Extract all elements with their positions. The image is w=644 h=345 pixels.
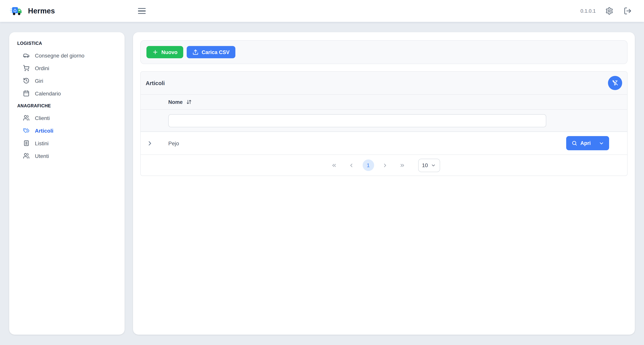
current-page-button[interactable]: 1 [362, 160, 374, 171]
clear-filters-button[interactable] [608, 76, 622, 90]
sidebar-item-utenti[interactable]: Utenti [17, 150, 117, 162]
new-button[interactable]: Nuovo [146, 46, 183, 58]
page-size-select[interactable]: 10 [418, 158, 440, 172]
sidebar-item-calendario[interactable]: Calendario [17, 87, 117, 100]
sidebar-item-label: Giri [35, 78, 43, 84]
settings-button[interactable] [604, 6, 614, 16]
tags-icon [23, 127, 30, 134]
main-content: Nuovo Carica CSV Articoli [133, 32, 635, 335]
open-row-label: Apri [580, 140, 591, 146]
chevron-left-icon [348, 162, 354, 168]
plus-icon [152, 49, 158, 55]
sidebar-item-label: Articoli [35, 128, 53, 134]
brand: Hermes [10, 6, 55, 16]
nome-filter-input[interactable] [168, 114, 546, 127]
logout-icon [624, 7, 632, 15]
row-nome-value: Pejo [168, 140, 179, 146]
sidebar-section-anagrafiche: ANAGRAFICHE Clienti [17, 104, 117, 162]
filter-slash-icon [612, 80, 618, 86]
app-version: 0.1.0.1 [580, 8, 596, 14]
sidebar-item-label: Ordini [35, 65, 49, 71]
notebook-icon [23, 140, 30, 146]
chevron-down-icon [599, 140, 604, 146]
sidebar-item-articoli[interactable]: Articoli [17, 124, 117, 137]
sidebar-item-giri[interactable]: Giri [17, 74, 117, 87]
first-page-button[interactable] [328, 159, 340, 171]
column-label: Nome [168, 99, 183, 105]
logout-button[interactable] [623, 6, 632, 16]
sidebar-item-consegne-del-giorno[interactable]: Consegne del giorno [17, 49, 117, 62]
cart-icon [23, 65, 30, 71]
new-button-label: Nuovo [162, 49, 178, 55]
upload-csv-label: Carica CSV [202, 49, 230, 55]
app-title: Hermes [28, 7, 55, 15]
sidebar-item-listini[interactable]: Listini [17, 137, 117, 150]
sidebar-section-label: ANAGRAFICHE [17, 104, 117, 108]
sidebar-section-label: LOGISTICA [17, 41, 117, 46]
open-row-button[interactable]: Apri [566, 136, 609, 150]
chevron-right-icon [146, 140, 153, 146]
chevrons-right-icon [400, 162, 405, 168]
table-row: Pejo Apri [141, 132, 627, 155]
sidebar-item-ordini[interactable]: Ordini [17, 62, 117, 74]
app-root: Hermes 0.1.0.1 [0, 0, 644, 345]
table-column-header-row: Nome [141, 95, 627, 110]
table-header: Articoli [141, 72, 627, 95]
sidebar: LOGISTICA Consegne del giorno [9, 32, 124, 335]
sidebar-item-label: Listini [35, 140, 49, 146]
page-size-value: 10 [422, 162, 428, 168]
sidebar-item-label: Consegne del giorno [35, 52, 84, 58]
sidebar-item-label: Clienti [35, 115, 50, 121]
users-icon [23, 152, 30, 159]
sidebar-item-label: Calendario [35, 90, 61, 96]
history-icon [23, 78, 30, 84]
articoli-table: Articoli Nome [140, 71, 628, 176]
app-header: Hermes 0.1.0.1 [0, 0, 644, 22]
sort-icon [186, 99, 192, 105]
chevron-down-icon [431, 163, 436, 168]
search-icon [572, 140, 577, 146]
table-title: Articoli [146, 80, 165, 86]
toolbar: Nuovo Carica CSV [140, 40, 628, 64]
car-icon [23, 52, 30, 59]
chevron-right-icon [382, 162, 388, 168]
prev-page-button[interactable] [345, 159, 358, 171]
hamburger-menu-icon[interactable] [136, 6, 147, 16]
chevrons-left-icon [331, 162, 337, 168]
sidebar-item-clienti[interactable]: Clienti [17, 112, 117, 124]
upload-icon [192, 49, 198, 55]
users-icon [23, 114, 30, 121]
upload-csv-button[interactable]: Carica CSV [187, 46, 235, 58]
next-page-button[interactable] [379, 159, 391, 171]
pagination: 1 10 [141, 155, 627, 176]
calendar-icon [23, 90, 30, 96]
column-header-nome[interactable]: Nome [168, 99, 192, 105]
sidebar-section-logistica: LOGISTICA Consegne del giorno [17, 41, 117, 100]
last-page-button[interactable] [396, 159, 408, 171]
truck-logo-icon [10, 6, 24, 16]
sidebar-item-label: Utenti [35, 153, 49, 159]
header-right: 0.1.0.1 [580, 6, 632, 16]
table-filter-row [141, 110, 627, 132]
gear-icon [605, 7, 613, 15]
row-expander-button[interactable] [146, 140, 153, 146]
